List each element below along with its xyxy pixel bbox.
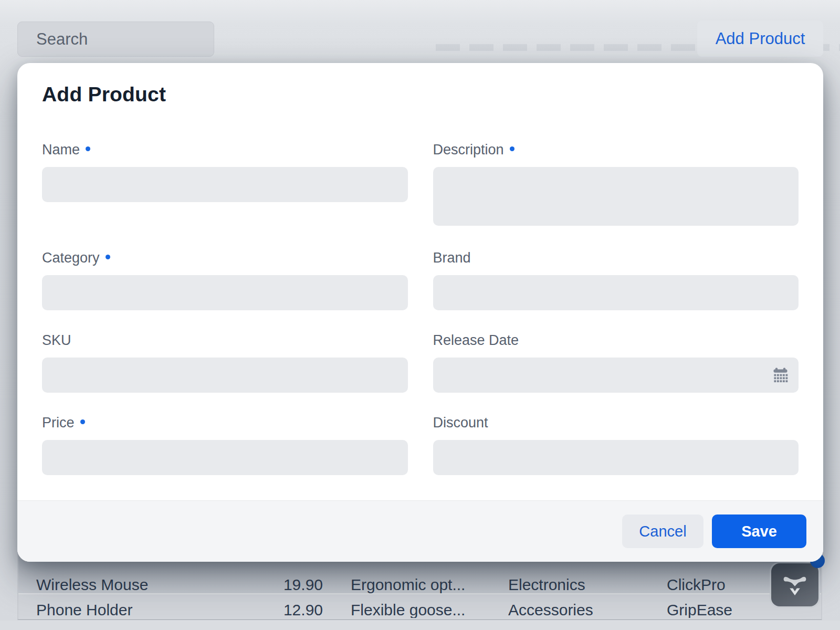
required-dot bbox=[86, 146, 90, 151]
field-discount: Discount bbox=[433, 415, 799, 475]
sku-label: SKU bbox=[42, 332, 408, 349]
name-label: Name bbox=[42, 142, 408, 158]
modal-title: Add Product bbox=[42, 83, 166, 106]
field-sku: SKU bbox=[42, 332, 408, 393]
release-date-input[interactable] bbox=[433, 358, 799, 393]
search-box[interactable] bbox=[17, 22, 214, 57]
topbar: Add Product bbox=[0, 0, 840, 63]
save-button[interactable]: Save bbox=[712, 514, 806, 548]
brand-input[interactable] bbox=[433, 275, 799, 310]
required-dot bbox=[80, 419, 85, 424]
table-row[interactable]: Phone Holder 12.90 Flexible goose... Acc… bbox=[18, 594, 821, 618]
brand-label: Brand bbox=[433, 250, 799, 266]
cell-price: 12.90 bbox=[223, 594, 323, 618]
discount-label: Discount bbox=[433, 415, 799, 431]
category-input[interactable] bbox=[42, 275, 408, 310]
field-price: Price bbox=[42, 415, 408, 475]
sku-input[interactable] bbox=[42, 358, 408, 393]
add-product-button[interactable]: Add Product bbox=[697, 20, 823, 57]
description-input[interactable] bbox=[433, 167, 799, 226]
cell-category: Accessories bbox=[508, 594, 593, 618]
extension-logo-icon bbox=[781, 571, 808, 598]
product-form: Name Description Category Brand bbox=[42, 142, 799, 475]
field-brand: Brand bbox=[433, 250, 799, 310]
table-bottom-strip bbox=[0, 621, 840, 630]
cell-product-name: Phone Holder bbox=[36, 594, 132, 618]
field-category: Category bbox=[42, 250, 408, 310]
add-product-modal: Add Product Name Description Category bbox=[17, 63, 823, 562]
field-description: Description bbox=[433, 142, 799, 228]
release-date-label: Release Date bbox=[433, 332, 799, 349]
required-dot bbox=[510, 146, 514, 151]
cancel-button[interactable]: Cancel bbox=[622, 514, 704, 548]
cell-brand: GripEase bbox=[667, 594, 732, 618]
discount-input[interactable] bbox=[433, 440, 799, 475]
extension-fab-button[interactable] bbox=[770, 562, 820, 608]
cell-description: Flexible goose... bbox=[351, 594, 465, 618]
price-label: Price bbox=[42, 415, 408, 431]
category-label: Category bbox=[42, 250, 408, 266]
field-release-date: Release Date bbox=[433, 332, 799, 393]
description-label: Description bbox=[433, 142, 799, 158]
required-dot bbox=[106, 255, 110, 259]
name-input[interactable] bbox=[42, 167, 408, 202]
calendar-icon[interactable] bbox=[773, 368, 788, 384]
modal-footer: Cancel Save bbox=[17, 500, 823, 562]
field-name: Name bbox=[42, 142, 408, 202]
search-input[interactable] bbox=[36, 30, 246, 49]
price-input[interactable] bbox=[42, 440, 408, 475]
